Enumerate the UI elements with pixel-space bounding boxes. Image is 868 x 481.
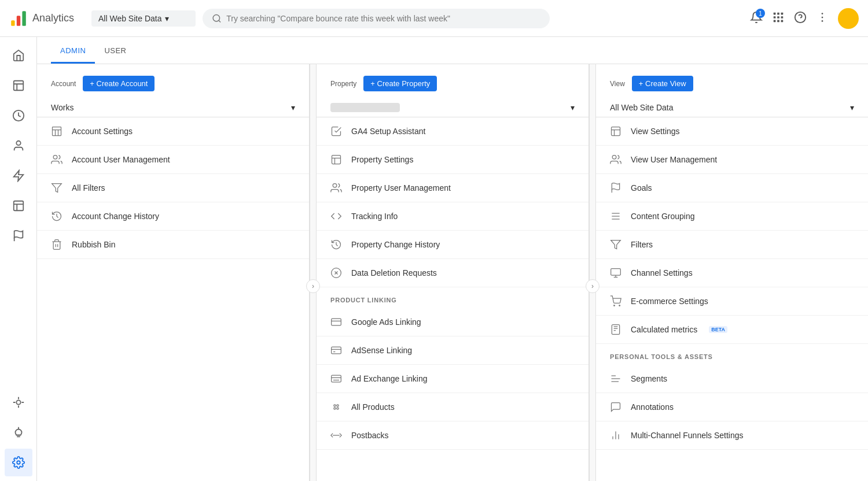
property-change-history-item[interactable]: Property Change History	[317, 231, 589, 259]
property-settings-item[interactable]: Property Settings	[317, 146, 589, 174]
svg-point-67	[619, 305, 620, 306]
sidebar-item-insights[interactable]	[5, 419, 32, 446]
tabs: ADMIN USER	[37, 37, 868, 64]
property-dropdown[interactable]: ▾	[317, 98, 589, 117]
ecommerce-icon	[610, 295, 621, 307]
svg-point-51	[334, 405, 336, 406]
search-input[interactable]	[226, 14, 540, 23]
property-user-management-item[interactable]: Property User Management	[317, 174, 589, 202]
svg-point-15	[822, 13, 823, 14]
bulb-icon	[12, 426, 25, 439]
col-divider-2: ›	[589, 64, 596, 481]
property-selector[interactable]: All Web Site Data ▾	[91, 10, 196, 27]
sidebar-item-realtime[interactable]	[5, 102, 32, 130]
view-filters-item[interactable]: Filters	[596, 231, 868, 259]
postbacks-label: Postbacks	[351, 431, 389, 440]
goals-label: Goals	[631, 183, 652, 193]
annotations-label: Annotations	[631, 402, 674, 412]
sidebar-item-reports[interactable]	[5, 72, 32, 99]
tracking-info-label: Tracking Info	[351, 212, 398, 221]
view-filter-icon	[610, 239, 621, 250]
svg-point-39	[333, 184, 337, 188]
all-filters-label: All Filters	[72, 183, 105, 193]
multichannel-icon	[610, 430, 621, 441]
ad-exchange-linking-label: Ad Exchange Linking	[351, 374, 428, 383]
content-grouping-item[interactable]: Content Grouping	[596, 202, 868, 231]
multichannel-funnels-item[interactable]: Multi-Channel Funnels Settings	[596, 421, 868, 450]
search-bar[interactable]	[203, 9, 550, 28]
sidebar-item-audience[interactable]	[5, 132, 32, 160]
account-user-management-item[interactable]: Account User Management	[37, 146, 309, 174]
view-settings-item[interactable]: View Settings	[596, 117, 868, 146]
calculated-icon	[610, 324, 621, 335]
content-grouping-icon	[610, 210, 621, 222]
users-icon	[51, 154, 62, 165]
history-icon	[51, 210, 62, 222]
ecommerce-settings-label: E-commerce Settings	[631, 297, 708, 306]
svg-point-53	[334, 408, 336, 409]
create-property-button[interactable]: + Create Property	[363, 76, 437, 91]
notification-bell[interactable]: 1	[750, 11, 763, 25]
goals-item[interactable]: Goals	[596, 174, 868, 202]
sidebar-item-behavior[interactable]	[5, 192, 32, 220]
ecommerce-settings-item[interactable]: E-commerce Settings	[596, 287, 868, 316]
tab-user[interactable]: USER	[95, 37, 135, 64]
sidebar-item-acquisition[interactable]	[5, 162, 32, 190]
all-filters-item[interactable]: All Filters	[37, 174, 309, 202]
apps-grid-icon[interactable]	[772, 11, 785, 25]
account-settings-item[interactable]: Account Settings	[37, 117, 309, 146]
create-account-button[interactable]: + Create Account	[83, 76, 155, 91]
svg-rect-31	[53, 127, 61, 136]
help-icon[interactable]	[794, 11, 807, 25]
sidebar-item-conversions[interactable]	[5, 222, 32, 250]
all-products-label: All Products	[351, 402, 395, 412]
top-nav: Analytics All Web Site Data ▾ 1	[0, 0, 868, 37]
segments-label: Segments	[631, 374, 667, 383]
ad-exchange-linking-item[interactable]: Ad Exchange Linking	[317, 365, 589, 393]
ga4-setup-item[interactable]: GA4 Setup Assistant	[317, 117, 589, 146]
clock-icon	[12, 109, 25, 122]
goals-icon	[610, 182, 621, 194]
property-change-history-label: Property Change History	[351, 240, 440, 249]
tab-admin[interactable]: ADMIN	[51, 37, 95, 64]
lightning-icon	[12, 169, 25, 182]
view-dropdown[interactable]: All Web Site Data ▾	[596, 98, 868, 117]
view-settings-icon	[610, 125, 621, 137]
account-dropdown[interactable]: Works ▾	[37, 98, 309, 117]
svg-rect-0	[11, 20, 14, 26]
tracking-info-item[interactable]: Tracking Info	[317, 202, 589, 231]
rubbish-bin-item[interactable]: Rubbish Bin	[37, 231, 309, 259]
annotations-icon	[610, 401, 621, 413]
more-options-icon[interactable]	[816, 11, 829, 25]
calculated-metrics-item[interactable]: Calculated metrics BETA	[596, 316, 868, 344]
view-user-management-item[interactable]: View User Management	[596, 146, 868, 174]
svg-rect-8	[777, 16, 779, 18]
question-icon	[794, 11, 807, 24]
trash-icon	[51, 239, 62, 250]
explore-icon	[12, 396, 25, 409]
sidebar-item-home[interactable]	[5, 42, 32, 69]
segments-item[interactable]: Segments	[596, 365, 868, 393]
annotations-item[interactable]: Annotations	[596, 393, 868, 421]
postbacks-item[interactable]: Postbacks	[317, 421, 589, 450]
filter-icon	[51, 182, 62, 194]
google-ads-linking-item[interactable]: Google Ads Linking	[317, 308, 589, 336]
sidebar-item-explore[interactable]	[5, 388, 32, 416]
account-col-header: Account + Create Account	[37, 76, 309, 98]
svg-rect-56	[612, 127, 620, 136]
sidebar-item-admin[interactable]	[5, 449, 32, 476]
svg-rect-45	[332, 347, 341, 354]
svg-rect-36	[332, 156, 341, 164]
data-deletion-item[interactable]: Data Deletion Requests	[317, 259, 589, 287]
user-avatar[interactable]	[838, 8, 859, 29]
flag-icon	[12, 230, 25, 242]
channel-settings-item[interactable]: Channel Settings	[596, 259, 868, 287]
account-change-history-item[interactable]: Account Change History	[37, 202, 309, 231]
view-users-icon	[610, 154, 621, 165]
sidebar-bottom	[5, 388, 32, 476]
all-products-item[interactable]: All Products	[317, 393, 589, 421]
svg-rect-5	[777, 13, 779, 15]
col-divider-1: ›	[310, 64, 317, 481]
create-view-button[interactable]: + Create View	[632, 76, 693, 91]
adsense-linking-item[interactable]: AdSense Linking	[317, 336, 589, 365]
